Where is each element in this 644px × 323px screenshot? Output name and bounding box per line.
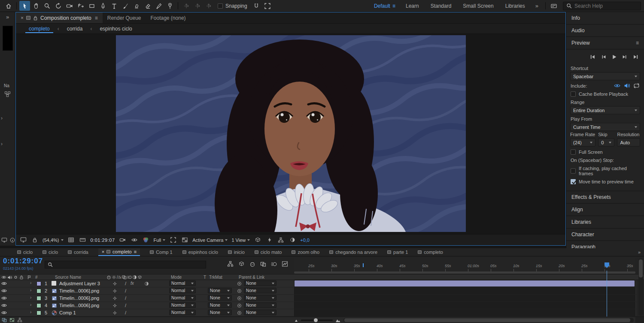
3d-switch-icon[interactable] [137,275,142,280]
parent-select[interactable]: None [244,302,276,308]
timeline-tab-ciclo-1[interactable]: ciclo [17,248,33,256]
timeline-vertical-scrollbar[interactable] [638,259,643,316]
fx-switch-icon[interactable]: fx [118,275,122,280]
include-overlays-icon[interactable] [633,83,640,88]
parent-select[interactable]: None [244,288,276,293]
mode-column-header[interactable]: Mode [171,275,182,280]
mini-flowchart-icon[interactable] [277,236,285,244]
layer-expand-chevron[interactable]: › [30,310,31,314]
video-column-icon[interactable] [1,275,6,279]
timeline-tab-completo-active[interactable]: ×completo≡ [98,248,140,256]
shortcut-select[interactable]: Spacebar [570,72,640,80]
anchor-switch-icon[interactable] [112,311,117,315]
quality-switch-icon[interactable]: / [117,275,118,280]
timeline-zoom-slider[interactable] [301,320,333,321]
blend-mode-select[interactable]: Normal [169,280,196,286]
timeline-horizontal-scrollbar[interactable] [343,318,634,323]
expand-in-out-panes-icon[interactable] [17,317,22,323]
workspace-default[interactable]: Default [374,3,390,9]
panel-header-audio[interactable]: Audio [566,24,644,37]
breadcrumb-completo[interactable]: completo [25,24,53,33]
timeline-search[interactable] [45,261,206,268]
panel-header-preview[interactable]: Preview≡ [566,37,644,49]
workspace-menu-icon[interactable]: ≡ [392,3,395,9]
layer-row-1[interactable]: › 1 Adjustment Layer 3 / fx Normal None [0,280,636,287]
parent-pickwhip-icon[interactable] [237,303,242,308]
quality-switch[interactable]: / [125,281,126,286]
layer-track-4[interactable] [294,302,635,309]
world-axis-mode-icon[interactable] [192,1,203,11]
skip-select[interactable]: 0 [598,138,614,146]
expand-dock-icon[interactable]: » [0,12,15,22]
grid-options-icon[interactable] [67,236,75,244]
parent-pickwhip-icon[interactable] [237,311,242,315]
previous-frame-button[interactable] [601,54,606,60]
quality-switch[interactable]: / [125,296,126,301]
panel-menu-icon[interactable]: ≡ [636,40,639,46]
timeline-tab-ciclo-mato[interactable]: ciclo mato [255,248,282,256]
include-video-icon[interactable] [614,83,620,88]
full-screen-checkbox[interactable] [571,149,576,155]
layer-label-color[interactable] [36,303,41,308]
blend-mode-select[interactable]: Normal [169,288,196,293]
expand-layer-switches-icon[interactable] [2,317,7,323]
expand-transfer-controls-icon[interactable] [9,317,15,323]
cache-before-playback-option[interactable]: Cache Before Playback [571,91,640,97]
timeline-tab-zoom-olho[interactable]: zoom olho [292,248,319,256]
audio-column-icon[interactable] [7,275,12,280]
source-name-column-header[interactable]: Source Name [55,275,81,280]
viewer-lock-icon[interactable] [31,236,39,244]
close-icon[interactable]: × [102,249,104,254]
workspace-libraries[interactable]: Libraries [505,3,525,9]
composition-viewer[interactable] [16,34,565,234]
home-button[interactable] [3,1,14,11]
timeline-tab-completo-2[interactable]: completo [418,248,443,256]
time-ruler[interactable]: 25s 30s 35s 40s 45s 50s 55s 01:00s 05s 1… [294,258,635,274]
panel-header-effects-presets[interactable]: Effects & Presets [566,191,644,204]
transparency-grid-icon[interactable] [181,236,188,244]
pixel-aspect-icon[interactable] [254,236,261,244]
snapping-control[interactable]: Snapping [218,3,247,9]
pen-tool[interactable] [97,1,108,11]
panel-header-paragraph[interactable]: Paragraph [566,241,644,248]
quality-switch[interactable]: / [125,303,126,308]
breadcrumb-espinhos-ciclo[interactable]: espinhos ciclo [96,24,135,33]
motion-blur-switch-icon[interactable] [127,275,132,280]
layer-visibility-toggle[interactable] [1,296,7,300]
if-caching-option[interactable]: If caching, play cached frames [571,166,640,176]
adjustment-switch-icon[interactable] [132,275,137,280]
layer-visibility-toggle[interactable] [1,289,7,293]
label-column-icon[interactable] [27,275,31,280]
shape-tool[interactable] [86,1,97,11]
panel-header-libraries[interactable]: Libraries [566,216,644,229]
parent-link-column-header[interactable]: Parent & Link [239,275,264,280]
t-column-header[interactable]: T [204,275,206,280]
next-frame-button[interactable] [622,54,628,60]
resolution-select[interactable]: Full [154,238,166,243]
flowchart-icon[interactable] [4,91,11,98]
quality-switch[interactable]: / [125,288,126,293]
frame-blending-icon[interactable] [260,261,266,267]
hand-tool[interactable] [30,1,41,11]
if-caching-checkbox[interactable] [571,168,576,174]
layer-expand-chevron[interactable]: › [30,280,31,285]
workspace-overflow-icon[interactable]: » [535,3,538,9]
camera-tool[interactable] [64,1,75,11]
tab-render-queue[interactable]: Render Queue [103,12,146,23]
timeline-tab-chegando-na-arvore[interactable]: chegando na arvore [329,248,377,256]
range-select[interactable]: Entire Duration [570,106,640,114]
hide-shy-layers-icon[interactable] [249,261,255,267]
track-matte-select[interactable]: None [208,310,232,315]
workspace-standard[interactable]: Standard [431,3,452,9]
layer-track-1[interactable] [294,280,635,287]
graph-editor-icon[interactable] [282,261,288,267]
workspace-small-screen[interactable]: Small Screen [463,3,493,9]
layer-name[interactable]: Adjustment Layer 3 [59,281,100,286]
layer-track-3[interactable] [294,295,635,302]
blend-mode-select[interactable]: Normal [169,295,196,301]
timeline-tab-corrida[interactable]: corrida [68,248,88,256]
layer-row-4[interactable]: › 4 Timelin...0006].png / Normal None No… [0,302,636,309]
layer-expand-chevron[interactable]: › [30,302,31,307]
scrollbar-thumb[interactable] [344,318,630,322]
solo-column-icon[interactable] [13,275,18,280]
